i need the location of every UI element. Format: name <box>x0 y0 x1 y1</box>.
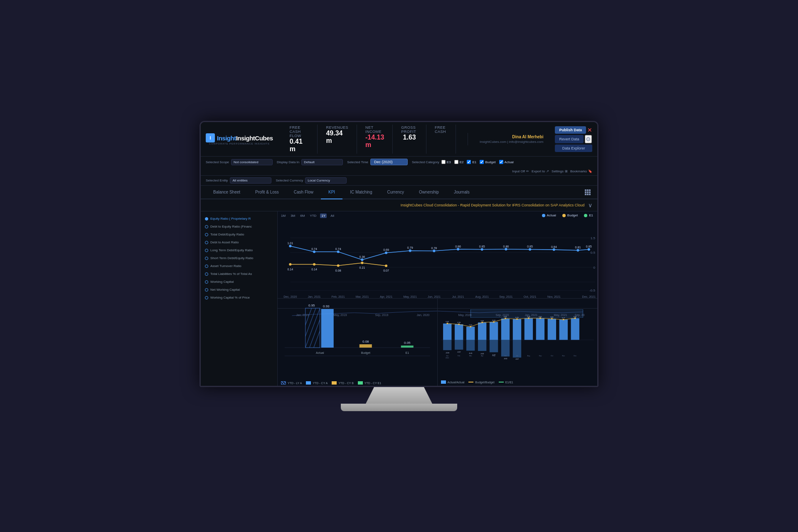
svg-text:0.81: 0.81 <box>575 246 581 249</box>
tab-ownership[interactable]: Ownership <box>411 186 446 199</box>
tab-currency[interactable]: Currency <box>380 186 412 199</box>
bookmarks-control[interactable]: Bookmarks 🔖 <box>570 169 592 173</box>
bar-chart-area: 0.95 0.93 Actual 0.08 Budget 0.05 E1 <box>278 299 438 386</box>
svg-point-136 <box>528 317 530 319</box>
category-e1[interactable]: E1 <box>467 160 476 164</box>
settings-control[interactable]: Settings ⊞ <box>552 169 568 173</box>
tab-ic-matching[interactable]: IC Matching <box>342 186 379 199</box>
svg-rect-116 <box>512 340 521 358</box>
svg-text:Jan: Jan <box>446 355 448 357</box>
tab-cash-flow[interactable]: Cash Flow <box>286 186 321 199</box>
currency-control: Selected Currency Local Currency <box>276 177 347 184</box>
sidebar-item-total-debt-equity[interactable]: Total Debt/Equity Ratio <box>201 230 277 238</box>
sidebar-item-debt-asset[interactable]: Debt to Asset Ratio <box>201 238 277 246</box>
currency-select[interactable]: Local Currency <box>305 177 347 184</box>
legend-budget: Budget <box>562 213 578 217</box>
line-chart-legend: Actual Budget E1 <box>542 213 593 217</box>
category-e3[interactable]: E3 <box>441 160 451 164</box>
svg-text:1.01: 1.01 <box>287 242 293 245</box>
revenues-value: 49.34 m <box>326 130 348 145</box>
svg-text:Aug: Aug <box>527 355 530 357</box>
svg-point-139 <box>562 319 564 321</box>
sidebar-item-asset-turnover[interactable]: Asset Turnover Ratio <box>201 262 277 270</box>
radio-asset-turnover <box>205 265 208 268</box>
legend-ytd-lya-icon <box>281 381 286 385</box>
sidebar-item-total-liabilities[interactable]: Total Liabilities % of Total As <box>201 270 277 278</box>
scope-select[interactable]: Not consolidated <box>231 159 273 165</box>
user-name: Dina Al Merhebi <box>512 135 543 139</box>
svg-text:0.5: 0.5 <box>591 251 596 255</box>
tab-balance-sheet[interactable]: Balance Sheet <box>206 186 248 199</box>
svg-point-27 <box>385 265 387 267</box>
svg-text:0.79: 0.79 <box>407 246 413 250</box>
sidebar-item-lt-debt-equity[interactable]: Long Term Debt/Equity Ratio <box>201 246 277 254</box>
radio-net-working-capital <box>205 288 208 292</box>
time-1y[interactable]: 1Y <box>320 213 327 218</box>
svg-point-19 <box>529 248 531 251</box>
svg-text:0.95: 0.95 <box>308 304 315 307</box>
svg-text:0.86: 0.86 <box>503 245 509 248</box>
tab-kpi[interactable]: KPI <box>321 186 342 199</box>
banner-chevron-icon[interactable]: ∨ <box>588 202 592 208</box>
time-all[interactable]: All <box>329 213 335 218</box>
time-ytd[interactable]: YTD <box>308 213 318 218</box>
monthly-chart-svg: 0.62 -0.39 0.59 -0.37 0.50 -0.41 <box>441 302 594 373</box>
svg-text:0.69: 0.69 <box>383 248 389 252</box>
tab-profit-loss[interactable]: Profit & Loss <box>248 186 286 199</box>
category-budget[interactable]: Budget <box>480 160 495 164</box>
category-actual[interactable]: Actual <box>499 160 514 164</box>
svg-text:May: May <box>492 355 495 357</box>
svg-point-130 <box>458 324 460 325</box>
svg-text:0.50: 0.50 <box>469 324 472 326</box>
category-label: Selected Category <box>412 160 439 164</box>
input-off-control[interactable]: Input Off ✏ <box>512 169 530 173</box>
time-3m[interactable]: 3M <box>289 213 296 218</box>
legend-actual-actual: Actual/Actual <box>441 380 465 384</box>
svg-text:-0.41: -0.41 <box>468 353 472 354</box>
header-divider <box>468 133 468 145</box>
sidebar-item-wc-price[interactable]: Working Capital % of Price <box>201 294 277 302</box>
close-button[interactable]: ✕ <box>587 126 592 134</box>
tab-grid-icon[interactable] <box>583 186 592 199</box>
kpi-sidebar: Equity Ratio ( Proprietary R Debt to Equ… <box>201 211 278 386</box>
time-6m[interactable]: 6M <box>299 213 306 218</box>
time-input[interactable]: Dec (2020) <box>370 159 408 165</box>
radio-wc-price <box>205 296 208 299</box>
svg-text:0.74: 0.74 <box>335 248 341 251</box>
legend-ytd-cyb-icon <box>332 381 337 385</box>
category-e2[interactable]: E2 <box>454 160 464 164</box>
svg-point-14 <box>409 250 411 252</box>
sidebar-item-net-working-capital[interactable]: Net Working Capital <box>201 286 277 294</box>
entity-select[interactable]: All entities <box>230 177 271 184</box>
svg-text:E1: E1 <box>405 351 409 354</box>
svg-text:Apr: Apr <box>481 355 484 357</box>
legend-e1-e1: E1/E1 <box>499 380 513 384</box>
svg-point-140 <box>574 317 576 319</box>
time-range-controls: 1M 3M 6M YTD 1Y All <box>280 213 335 218</box>
export-to-control[interactable]: Export to ↗ <box>532 169 549 173</box>
svg-text:0.82: 0.82 <box>574 316 576 318</box>
time-1m[interactable]: 1M <box>280 213 287 218</box>
tab-journals[interactable]: Journals <box>446 186 477 199</box>
svg-text:2021: 2021 <box>446 357 449 359</box>
settings-icon-button[interactable]: ⚙ <box>585 135 592 143</box>
sidebar-item-equity-ratio[interactable]: Equity Ratio ( Proprietary R <box>201 215 277 223</box>
logo-text: InsightInsightCubes <box>217 135 273 142</box>
sidebar-item-working-capital[interactable]: Working Capital <box>201 278 277 286</box>
svg-text:0.82: 0.82 <box>527 316 530 318</box>
display-data-select[interactable]: Default <box>301 159 343 165</box>
svg-rect-79 <box>321 309 334 348</box>
svg-point-23 <box>289 263 291 266</box>
svg-point-135 <box>516 318 518 320</box>
revert-data-button[interactable]: Revert Data <box>555 135 583 143</box>
svg-text:-0.37: -0.37 <box>457 351 461 353</box>
svg-rect-96 <box>455 340 463 350</box>
publish-data-button[interactable]: Publish Data <box>555 126 586 134</box>
data-explorer-button[interactable]: Data Explorer <box>555 145 592 152</box>
scope-label: Selected Scope <box>206 160 229 164</box>
legend-ytd-cyb: YTD - CY B <box>332 381 353 385</box>
svg-rect-112 <box>501 340 509 356</box>
legend-e1-dot <box>584 214 587 217</box>
sidebar-item-st-debt-equity[interactable]: Short Term Debt/Equity Ratio <box>201 254 277 262</box>
sidebar-item-debt-equity[interactable]: Debt to Equity Ratio (Financ <box>201 223 277 230</box>
